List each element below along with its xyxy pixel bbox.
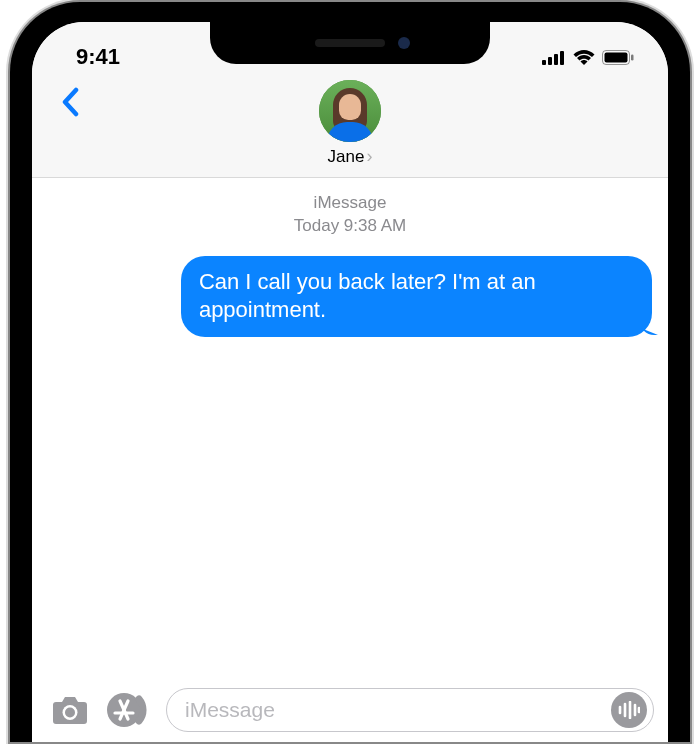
svg-rect-5 [605, 52, 628, 62]
front-camera [398, 37, 410, 49]
svg-rect-2 [554, 54, 558, 65]
conversation-scroll[interactable]: iMessage Today 9:38 AM Can I call you ba… [32, 178, 668, 682]
back-button[interactable] [50, 82, 90, 122]
cellular-signal-icon [542, 50, 566, 65]
timestamp-label: Today 9:38 AM [48, 215, 652, 238]
avatar [319, 80, 381, 142]
svg-rect-3 [560, 51, 564, 65]
app-store-icon [106, 692, 154, 728]
message-input[interactable] [185, 698, 611, 722]
wifi-icon [573, 49, 595, 65]
phone-frame: 9:41 [10, 2, 690, 742]
service-label: iMessage [48, 192, 652, 215]
message-input-container [166, 688, 654, 732]
svg-rect-0 [542, 60, 546, 65]
status-time: 9:41 [76, 44, 120, 70]
battery-icon [602, 50, 634, 65]
camera-button[interactable] [46, 688, 94, 732]
chevron-left-icon [60, 87, 80, 117]
compose-bar [32, 682, 668, 742]
screen: 9:41 [32, 22, 668, 742]
status-indicators [542, 49, 634, 65]
speaker-grill [315, 39, 385, 47]
notch [210, 22, 490, 64]
audio-message-button[interactable] [611, 692, 647, 728]
chevron-right-icon: › [366, 146, 372, 167]
svg-rect-1 [548, 57, 552, 65]
contact-header[interactable]: Jane › [319, 80, 381, 167]
contact-name: Jane [328, 147, 365, 167]
message-row: Can I call you back later? I'm at an app… [48, 256, 652, 337]
camera-icon [50, 694, 90, 726]
app-store-button[interactable] [106, 688, 154, 732]
nav-header: Jane › [32, 74, 668, 178]
svg-point-8 [65, 708, 75, 718]
sent-message-bubble[interactable]: Can I call you back later? I'm at an app… [181, 256, 652, 337]
svg-rect-6 [631, 54, 634, 60]
audio-wave-icon [618, 701, 640, 719]
